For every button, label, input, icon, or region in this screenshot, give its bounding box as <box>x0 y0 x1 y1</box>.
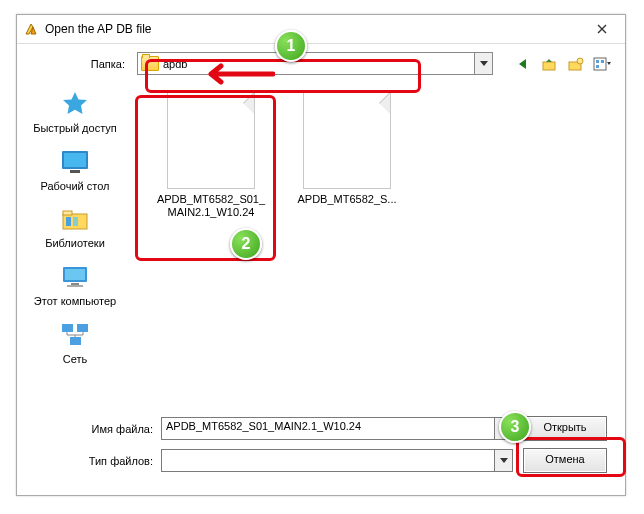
svg-rect-15 <box>65 269 85 280</box>
folder-icon <box>141 56 159 71</box>
svg-point-2 <box>577 58 583 64</box>
window-title: Open the AP DB file <box>45 22 581 36</box>
chevron-down-icon[interactable] <box>474 53 492 74</box>
folder-label: Папка: <box>29 58 125 70</box>
svg-rect-19 <box>77 324 88 332</box>
file-list[interactable]: APDB_MT6582_S01_MAIN2.1_W10.24 APDB_MT65… <box>133 83 625 409</box>
svg-rect-11 <box>63 211 72 215</box>
svg-rect-6 <box>596 65 599 68</box>
place-this-pc[interactable]: Этот компьютер <box>25 258 125 314</box>
close-button[interactable] <box>581 16 623 42</box>
up-folder-button[interactable] <box>539 53 561 75</box>
file-item[interactable]: APDB_MT6582_S... <box>289 91 405 206</box>
computer-icon <box>59 261 91 293</box>
svg-rect-16 <box>71 283 79 285</box>
filename-combo[interactable]: APDB_MT6582_S01_MAIN2.1_W10.24 <box>161 417 513 440</box>
libraries-icon <box>59 203 91 235</box>
filetype-combo[interactable] <box>161 449 513 472</box>
filename-label: Имя файла: <box>29 423 153 435</box>
place-desktop[interactable]: Рабочий стол <box>25 143 125 199</box>
svg-rect-12 <box>66 217 71 226</box>
network-icon <box>59 319 91 351</box>
folder-toolbar: Папка: apdb <box>17 44 625 83</box>
place-libraries[interactable]: Библиотеки <box>25 200 125 256</box>
svg-rect-5 <box>601 60 604 63</box>
filetype-value <box>162 450 494 471</box>
svg-rect-9 <box>70 170 80 173</box>
titlebar: Open the AP DB file <box>17 15 625 44</box>
file-item[interactable]: APDB_MT6582_S01_MAIN2.1_W10.24 <box>153 91 269 219</box>
places-bar: Быстрый доступ Рабочий стол Библиотеки Э… <box>17 83 133 409</box>
star-icon <box>59 88 91 120</box>
file-icon <box>303 91 391 189</box>
filetype-label: Тип файлов: <box>29 455 153 467</box>
chevron-down-icon[interactable] <box>494 450 512 471</box>
svg-rect-0 <box>543 62 555 70</box>
svg-rect-17 <box>67 285 83 287</box>
svg-rect-13 <box>73 217 78 226</box>
svg-rect-3 <box>594 58 606 70</box>
place-quick-access[interactable]: Быстрый доступ <box>25 85 125 141</box>
svg-rect-4 <box>596 60 599 63</box>
svg-rect-18 <box>62 324 73 332</box>
folder-name: apdb <box>163 58 474 70</box>
open-button[interactable]: Открыть <box>523 416 607 441</box>
close-icon <box>597 24 607 34</box>
back-button[interactable] <box>513 53 535 75</box>
app-icon <box>23 21 39 37</box>
view-menu-button[interactable] <box>591 53 613 75</box>
svg-rect-8 <box>64 153 86 167</box>
open-file-dialog: Open the AP DB file Папка: apdb <box>16 14 626 496</box>
bottom-panel: Имя файла: APDB_MT6582_S01_MAIN2.1_W10.2… <box>17 416 625 485</box>
cancel-button[interactable]: Отмена <box>523 448 607 473</box>
chevron-down-icon[interactable] <box>494 418 512 439</box>
svg-rect-20 <box>70 337 81 345</box>
new-folder-button[interactable] <box>565 53 587 75</box>
filename-value: APDB_MT6582_S01_MAIN2.1_W10.24 <box>162 418 494 439</box>
place-network[interactable]: Сеть <box>25 316 125 372</box>
desktop-icon <box>59 146 91 178</box>
folder-dropdown[interactable]: apdb <box>137 52 493 75</box>
file-icon <box>167 91 255 189</box>
